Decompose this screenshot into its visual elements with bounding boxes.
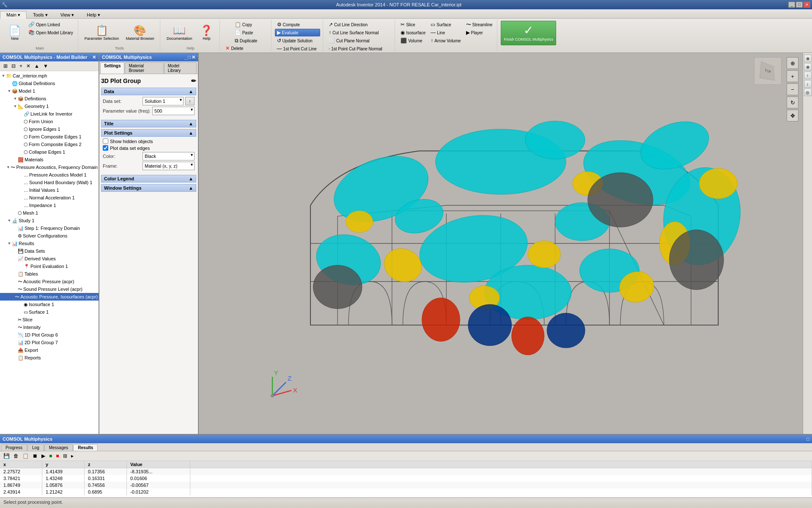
tab-model-library[interactable]: Model Library [164, 62, 197, 74]
tree-item[interactable]: …Initial Values 1 [0, 186, 99, 194]
tab-settings[interactable]: Settings [100, 62, 124, 74]
tree-item[interactable]: 🔗LiveLink for Inventor [0, 110, 99, 118]
documentation-button[interactable]: 📖 Documentation [164, 21, 195, 45]
right-tool-3[interactable]: ↑ [804, 72, 812, 79]
tree-item[interactable]: ▼📐Geometry 1 [0, 102, 99, 110]
material-browser-button[interactable]: 🎨 Material Browser [123, 21, 157, 45]
tree-item[interactable]: 📊Step 1: Frequency Domain [0, 224, 99, 232]
results-export-btn[interactable]: 💾 [2, 452, 11, 460]
view-cube[interactable]: TOP [754, 57, 782, 85]
right-tool-1[interactable]: ⊕ [804, 55, 812, 62]
tree-expand-btn[interactable]: ▼ [13, 97, 18, 101]
evaluate-button[interactable]: ▶ Evaluate [275, 29, 320, 36]
tree-item[interactable]: …Pressure Acoustics Model 1 [0, 171, 99, 179]
results-stop-btn[interactable]: ⏹ [31, 452, 39, 460]
tree-expand-btn[interactable]: ▼ [13, 104, 18, 108]
dataset-btn[interactable]: ↑ [185, 97, 195, 105]
tree-add-btn[interactable]: + [18, 62, 24, 70]
tree-item[interactable]: 📋Tables [0, 270, 99, 278]
tree-item[interactable]: ▭Surface 1 [0, 308, 99, 316]
results-table-btn[interactable]: ⊞ [61, 452, 69, 460]
isosurface-button[interactable]: ◉ Isosurface [398, 29, 428, 36]
tab-progress[interactable]: Progress [1, 444, 27, 451]
dataset-select[interactable]: Solution 1 [143, 97, 184, 105]
new-button[interactable]: 📄 New [4, 21, 25, 45]
color-legend-section-header[interactable]: Color Legend ▲ [101, 175, 196, 182]
1st-point-cut-line-button[interactable]: — 1st Point Cut Line [275, 45, 320, 52]
tree-item[interactable]: ⚙Solver Configurations [0, 232, 99, 240]
plot-edges-checkbox[interactable] [103, 145, 108, 151]
tree-expand-all-btn[interactable]: ⊞ [2, 62, 9, 70]
tree-expand-btn[interactable]: ▼ [7, 89, 12, 93]
compute-button[interactable]: ⚙ Compute [275, 21, 320, 28]
zoom-out-btn[interactable]: − [787, 83, 798, 95]
results-color-btn2[interactable]: ■ [54, 452, 60, 460]
plot-settings-section-header[interactable]: Plot Settings ▲ [101, 129, 196, 137]
tree-item[interactable]: ▼〜Acoustic Pressure, Isosurfaces (acpr) [0, 293, 99, 301]
right-tool-5[interactable]: ◎ [804, 88, 812, 96]
tab-log[interactable]: Log [27, 444, 44, 451]
cut-line-direction-button[interactable]: ↗ Cut Line Direction [326, 21, 392, 28]
surface-button[interactable]: ▭ Surface [428, 21, 463, 28]
center-panel-maximize[interactable]: □ [188, 55, 191, 60]
tree-delete-btn[interactable]: ✕ [25, 62, 32, 70]
tree-expand-btn[interactable]: ▼ [7, 241, 12, 246]
title-section-header[interactable]: Title ▲ [101, 120, 196, 127]
tree-item[interactable]: 📍Point Evaluation 1 [0, 262, 99, 270]
player-button[interactable]: ▶ Player [464, 29, 495, 36]
rotate-btn[interactable]: ↻ [787, 97, 798, 108]
tree-item[interactable]: ✂Slice [0, 316, 99, 323]
paste-button[interactable]: 📄 Paste [233, 29, 260, 36]
copy-button[interactable]: 📋 Copy [233, 21, 260, 28]
tree-item[interactable]: 〜Sound Pressure Level (acpr) [0, 285, 99, 293]
right-tool-4[interactable]: ↓ [804, 80, 812, 88]
tree-item[interactable]: 〜Acoustic Pressure (acpr) [0, 278, 99, 285]
open-model-library-button[interactable]: 📚 Open Model Library [26, 29, 75, 36]
color-select[interactable]: Black [143, 152, 195, 160]
help-button[interactable]: ❓ Help [196, 21, 217, 45]
finish-button[interactable]: ✓ Finish COMSOL Multiphysics [501, 21, 556, 45]
arrow-volume-button[interactable]: ↑ Arrow Volume [428, 37, 463, 44]
delete-button[interactable]: ✕ Delete [223, 44, 268, 52]
streamline-button[interactable]: 〜 Streamline [464, 21, 495, 28]
zoom-fit-btn[interactable]: ⊕ [787, 57, 798, 69]
tree-move-up-btn[interactable]: ▲ [33, 62, 41, 70]
tree-item[interactable]: ⬡Form Union [0, 118, 99, 125]
zoom-in-btn[interactable]: + [787, 70, 798, 82]
tree-item[interactable]: 🧱Materials [0, 156, 99, 163]
left-panel-close[interactable]: ✕ [92, 55, 96, 60]
center-panel-close[interactable]: ✕ [192, 55, 195, 60]
tree-item[interactable]: 〜Intensity [0, 323, 99, 331]
tab-results[interactable]: Results [73, 444, 98, 451]
plot-group-edit-icon[interactable]: ✏ [191, 77, 196, 84]
tree-item[interactable]: ⬡Mesh 1 [0, 209, 99, 217]
tab-tools[interactable]: Tools ▾ [27, 11, 54, 19]
data-section-header[interactable]: Data ▲ [101, 88, 196, 95]
tree-item[interactable]: ◉Isosurface 1 [0, 301, 99, 308]
tree-item[interactable]: 💾Data Sets [0, 247, 99, 255]
tree-item[interactable]: 🌐Global Definitions [0, 80, 99, 87]
tree-expand-btn[interactable]: ▼ [5, 165, 11, 169]
frame-select[interactable]: Material (x, y, z) [143, 162, 195, 170]
tree-expand-btn[interactable]: ▼ [1, 74, 6, 78]
tree-item[interactable]: ⬡Form Composite Edges 1 [0, 133, 99, 141]
right-tool-2[interactable]: ⊗ [804, 63, 812, 71]
tree-item[interactable]: ⬡Ignore Edges 1 [0, 125, 99, 133]
update-solution-button[interactable]: ↺ Update Solution [275, 37, 320, 44]
line-button[interactable]: — Line [428, 29, 463, 36]
duplicate-button[interactable]: ⧉ Duplicate [233, 37, 260, 44]
tree-item[interactable]: ▼🔬Study 1 [0, 217, 99, 224]
tree-item[interactable]: ▼〜Pressure Acoustics, Frequency Domain [0, 163, 99, 171]
tree-item[interactable]: 📈Derived Values [0, 255, 99, 262]
tree-item[interactable]: ▼📦Model 1 [0, 87, 99, 95]
tree-item[interactable]: ▼📦Definitions [0, 95, 99, 102]
1st-point-cut-plane-normal-button[interactable]: · 1st Point Cut Plane Normal [326, 45, 392, 52]
tree-item[interactable]: ▼📊Results [0, 240, 99, 247]
results-clear-btn[interactable]: 🗑 [12, 452, 20, 460]
tree-item[interactable]: ⬡Collapse Edges 1 [0, 148, 99, 156]
tree-item[interactable]: 📋Reports [0, 354, 99, 362]
tree-item[interactable]: 📊2D Plot Group 7 [0, 339, 99, 346]
tree-item[interactable]: ▼📁Car_interior.mph [0, 72, 99, 80]
results-play-btn[interactable]: ▶ [40, 452, 47, 460]
viewport[interactable]: X Y Z TOP ⊕ + − ↻ ✥ [199, 53, 803, 434]
